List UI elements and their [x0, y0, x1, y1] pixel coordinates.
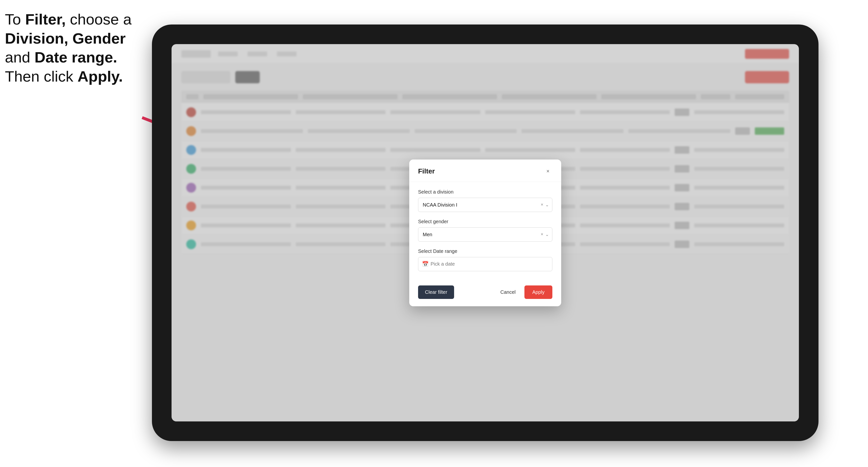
modal-header: Filter ×: [409, 159, 561, 182]
division-label: Select a division: [418, 189, 552, 195]
date-input[interactable]: [418, 257, 552, 271]
gender-label: Select gender: [418, 219, 552, 224]
instruction-line1: To Filter, choose a: [5, 11, 132, 28]
division-select[interactable]: NCAA Division I NCAA Division II NCAA Di…: [418, 198, 552, 212]
cancel-button[interactable]: Cancel: [496, 285, 521, 299]
btn-group-right: Cancel Apply: [496, 285, 552, 299]
instruction-line4: Then click Apply.: [5, 68, 123, 85]
modal-title: Filter: [418, 167, 435, 175]
select-icons: × ⌄: [540, 202, 549, 208]
tablet-frame: Filter × Select a division NCAA Division…: [152, 25, 818, 441]
modal-body: Select a division NCAA Division I NCAA D…: [409, 182, 561, 285]
gender-select-wrapper: Men Women × ⌄: [418, 227, 552, 242]
instruction-line3: and Date range.: [5, 49, 117, 66]
division-form-group: Select a division NCAA Division I NCAA D…: [418, 189, 552, 212]
gender-select[interactable]: Men Women: [418, 227, 552, 242]
filter-modal: Filter × Select a division NCAA Division…: [409, 159, 561, 306]
division-clear-icon[interactable]: ×: [540, 202, 543, 207]
tablet-screen: Filter × Select a division NCAA Division…: [172, 44, 799, 422]
instruction-bold2: Division, Gender: [5, 30, 126, 47]
apply-button[interactable]: Apply: [524, 285, 552, 299]
clear-filter-button[interactable]: Clear filter: [418, 285, 454, 299]
date-input-wrapper: 📅: [418, 257, 552, 271]
division-chevron-icon: ⌄: [545, 202, 549, 208]
gender-chevron-icon: ⌄: [545, 232, 549, 237]
modal-overlay: Filter × Select a division NCAA Division…: [172, 44, 799, 422]
modal-footer: Clear filter Cancel Apply: [409, 285, 561, 306]
date-form-group: Select Date range 📅: [418, 248, 552, 271]
calendar-icon: 📅: [422, 261, 429, 267]
division-select-wrapper: NCAA Division I NCAA Division II NCAA Di…: [418, 198, 552, 212]
gender-select-icons: × ⌄: [540, 232, 549, 237]
modal-close-button[interactable]: ×: [544, 167, 552, 176]
date-label: Select Date range: [418, 248, 552, 254]
gender-form-group: Select gender Men Women × ⌄: [418, 219, 552, 242]
gender-clear-icon[interactable]: ×: [540, 232, 543, 237]
instruction-text: To Filter, choose a Division, Gender and…: [5, 10, 142, 86]
